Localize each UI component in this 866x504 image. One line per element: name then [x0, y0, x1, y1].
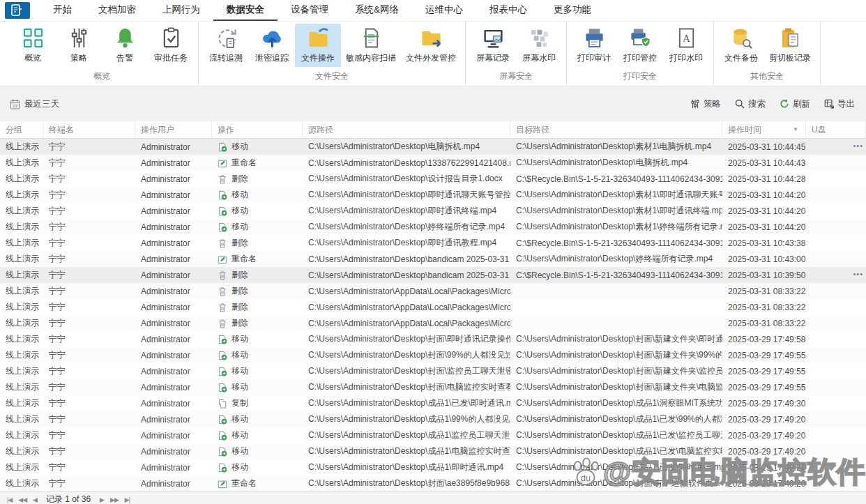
table-row[interactable]: 线上演示 宁宁 Administrator 移动 C:\Users\Admini…	[0, 187, 866, 203]
approval-clipboard-icon	[160, 27, 182, 49]
cell-source-path: C:\Users\Administrator\Desktop\bandicam …	[303, 270, 510, 280]
fast-prev-button[interactable]: ◀◀	[18, 496, 26, 503]
ribbon-button-screen-record[interactable]: 屏幕记录	[470, 24, 516, 67]
operation-icon	[218, 351, 227, 360]
menu-tab[interactable]: 运维中心	[412, 0, 476, 21]
cell-source-path: C:\Users\Administrator\Desktop\成品1\监控员工聊…	[303, 429, 510, 441]
table-row[interactable]: 线上演示 宁宁 Administrator 移动 C:\Users\Admini…	[0, 347, 866, 363]
table-row[interactable]: 线上演示 宁宁 Administrator 重命名 C:\Users\Admin…	[0, 251, 866, 267]
ribbon-button-flow-trace[interactable]: 流转追溯	[203, 24, 249, 67]
ribbon-button-file-backup[interactable]: 文件备份	[718, 24, 764, 67]
table-row[interactable]: 线上演示 宁宁 Administrator 复制 C:\Users\Admini…	[0, 395, 866, 411]
cell-time: 2025-03-31 10:44:20	[722, 190, 806, 200]
menu-tab[interactable]: 报表中心	[476, 0, 540, 21]
app-menu-button[interactable]	[5, 2, 30, 19]
operation-icon	[218, 335, 227, 344]
column-header-terminal[interactable]: 终端名	[43, 121, 135, 138]
menu-tab[interactable]: 设备管理	[278, 0, 342, 21]
table-row[interactable]: 线上演示 宁宁 Administrator 移动 C:\Users\Admini…	[0, 203, 866, 219]
table-row[interactable]: 线上演示 宁宁 Administrator 移动 C:\Users\Admini…	[0, 379, 866, 395]
ribbon-button-print-watermark[interactable]: A 打印水印	[663, 24, 709, 67]
cell-user: Administrator	[135, 431, 212, 441]
table-row[interactable]: 线上演示 宁宁 Administrator 移动 C:\Users\Admini…	[0, 459, 866, 475]
column-header-time[interactable]: 操作时间▼	[722, 121, 806, 138]
table-row[interactable]: 线上演示 宁宁 Administrator 删除 C:\Users\Admini…	[0, 267, 866, 283]
export-button[interactable]: 导出	[824, 98, 855, 110]
cell-source-path: C:\Users\Administrator\AppData\Local\Pac…	[303, 303, 510, 312]
cell-terminal: 宁宁	[43, 397, 135, 409]
table-row[interactable]: 线上演示 宁宁 Administrator 移动 C:\Users\Admini…	[0, 411, 866, 427]
ribbon-button-print-audit[interactable]: 打印审计	[571, 24, 617, 67]
table-row[interactable]: 线上演示 宁宁 Administrator 删除 C:\Users\Admini…	[0, 283, 866, 299]
menu-tab[interactable]: 上网行为	[149, 0, 213, 21]
menu-tab[interactable]: 数据安全	[213, 0, 278, 21]
column-header-source[interactable]: 源路径	[303, 121, 510, 138]
column-header-target[interactable]: 目标路径	[510, 121, 722, 138]
row-more-button[interactable]: •••	[853, 270, 863, 278]
table-row[interactable]: 线上演示 宁宁 Administrator 删除 C:\Users\Admini…	[0, 299, 866, 315]
cell-source-path: C:\Users\Administrator\Desktop\成品1\电脑监控实…	[303, 445, 510, 457]
screen-watermark-mosaic-icon	[529, 27, 550, 49]
cell-operation: 删除	[212, 173, 303, 185]
filter-caret-icon[interactable]: ▼	[793, 121, 800, 138]
date-range-filter[interactable]: 23 最近三天	[10, 98, 59, 110]
table-row[interactable]: 线上演示 宁宁 Administrator 删除 C:\Users\Admini…	[0, 171, 866, 187]
cell-group: 线上演示	[0, 237, 43, 249]
search-button[interactable]: 搜索	[735, 98, 766, 110]
ribbon-button-file-outgoing[interactable]: 文件外发管控	[401, 24, 461, 67]
ribbon-button-print-control[interactable]: 打印管控	[617, 24, 663, 67]
menu-tab[interactable]: 文档加密	[85, 0, 149, 21]
ribbon-button-screen-watermark[interactable]: 屏幕水印	[516, 24, 562, 67]
delete-operation-icon	[218, 174, 227, 184]
cell-user: Administrator	[135, 447, 212, 457]
menu-tab[interactable]: 开始	[40, 0, 85, 21]
ribbon-button-sensitive-scan[interactable]: 敏感内容扫描	[341, 24, 401, 67]
cell-terminal: 宁宁	[43, 461, 135, 473]
table-row[interactable]: 线上演示 宁宁 Administrator 移动 C:\Users\Admini…	[0, 363, 866, 379]
ribbon-button-file-operation[interactable]: 文件操作	[295, 24, 341, 67]
cell-source-path: C:\Users\Administrator\Desktop\成品1\即时通讯.…	[303, 461, 510, 473]
policy-button[interactable]: 策略	[690, 98, 721, 110]
table-row[interactable]: 线上演示 宁宁 Administrator 移动 C:\Users\Admini…	[0, 427, 866, 443]
first-page-button[interactable]: |◀	[7, 496, 12, 503]
table-row[interactable]: 线上演示 宁宁 Administrator 重命名 C:\Users\Admin…	[0, 155, 866, 171]
calendar-icon: 23	[10, 99, 20, 109]
fast-next-button[interactable]: ▶▶	[110, 496, 119, 503]
cell-time: 2025-03-31 10:44:43	[722, 158, 806, 168]
ribbon-button-approval-tasks[interactable]: 审批任务	[148, 24, 194, 67]
cell-user: Administrator	[135, 367, 212, 376]
table-row[interactable]: 线上演示 宁宁 Administrator 移动 C:\Users\Admini…	[0, 219, 866, 235]
column-header-operation[interactable]: 操作	[212, 121, 303, 138]
cell-terminal: 宁宁	[43, 205, 135, 217]
column-header-group[interactable]: 分组	[0, 121, 43, 138]
table-row[interactable]: 线上演示 宁宁 Administrator 移动 C:\Users\Admini…	[0, 443, 866, 459]
menu-tab[interactable]: 系统&网络	[342, 0, 412, 21]
ribbon-button-clipboard-record[interactable]: 剪切板记录	[764, 24, 816, 67]
table-row[interactable]: 线上演示 宁宁 Administrator 删除 C:\Users\Admini…	[0, 235, 866, 251]
menu-tab[interactable]: 更多功能	[540, 0, 605, 21]
table-row[interactable]: 线上演示 宁宁 Administrator 移动 C:\Users\Admini…	[0, 139, 866, 155]
cell-time: 2025-03-29 17:49:20	[722, 415, 806, 425]
table-row[interactable]: 线上演示 宁宁 Administrator 重命名 C:\Users\Admin…	[0, 475, 866, 491]
ribbon-button-alarm[interactable]: 告警	[102, 24, 148, 67]
column-header-user[interactable]: 操作用户	[135, 121, 212, 138]
refresh-button[interactable]: 刷新	[780, 98, 810, 110]
table-row[interactable]: 线上演示 宁宁 Administrator 移动 C:\Users\Admini…	[0, 331, 866, 347]
ribbon-button-leak-trace[interactable]: 泄密追踪	[249, 24, 295, 67]
cell-operation: 移动	[212, 189, 303, 201]
table-row[interactable]: 线上演示 宁宁 Administrator 删除 C:\Users\Admini…	[0, 315, 866, 331]
prev-record-button[interactable]: ◀	[33, 496, 37, 503]
overview-grid-icon	[22, 27, 44, 49]
column-header-usb[interactable]: U盘	[806, 121, 866, 138]
cell-target-path: C:\Users\Administrator\Desktop\成品1\已发\即时…	[510, 461, 722, 473]
cell-terminal: 宁宁	[43, 429, 135, 441]
cell-user: Administrator	[135, 206, 212, 216]
next-record-button[interactable]: ▶	[100, 496, 104, 503]
ribbon-button-policy[interactable]: 策略	[56, 24, 102, 67]
last-page-button[interactable]: ▶|	[125, 496, 130, 503]
ribbon-button-overview[interactable]: 概览	[10, 24, 56, 67]
row-more-button[interactable]: •••	[853, 142, 863, 150]
cell-target-path: C:\Users\Administrator\Desktop\成品1\已发\电脑…	[510, 445, 722, 457]
operation-label: 移动	[231, 205, 248, 217]
operation-icon	[218, 463, 227, 473]
